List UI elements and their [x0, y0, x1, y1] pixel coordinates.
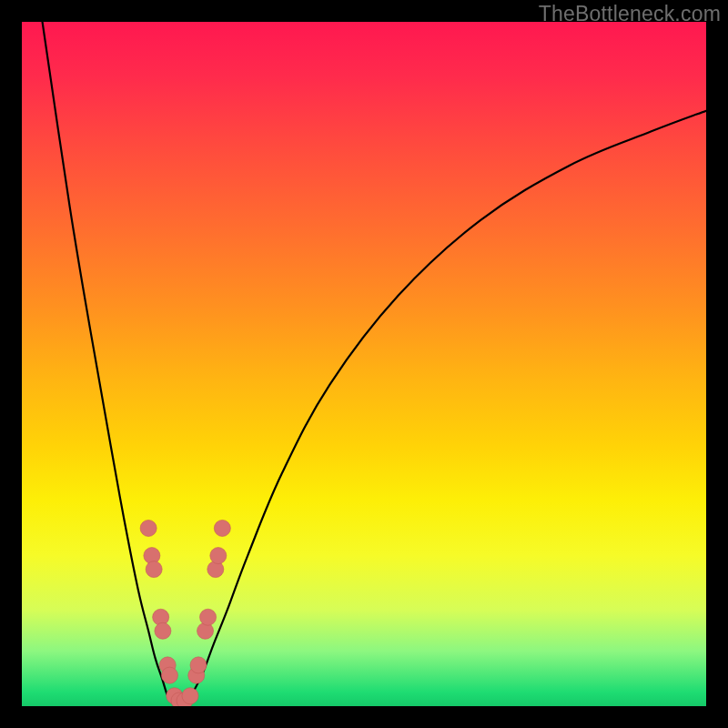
data-marker — [155, 622, 171, 639]
chart-svg — [22, 22, 706, 706]
marker-layer — [140, 520, 230, 706]
chart-frame: TheBottleneck.com — [0, 0, 728, 728]
data-marker — [214, 520, 230, 536]
data-marker — [190, 657, 207, 673]
data-marker — [210, 548, 227, 564]
data-marker — [146, 561, 162, 578]
curve-layer — [43, 22, 706, 703]
data-marker — [200, 609, 217, 625]
data-marker — [182, 688, 198, 704]
data-marker — [140, 520, 157, 536]
data-marker — [161, 667, 177, 683]
plot-area — [22, 22, 706, 706]
curve-left-branch — [43, 22, 173, 703]
curve-right-branch — [186, 111, 706, 703]
